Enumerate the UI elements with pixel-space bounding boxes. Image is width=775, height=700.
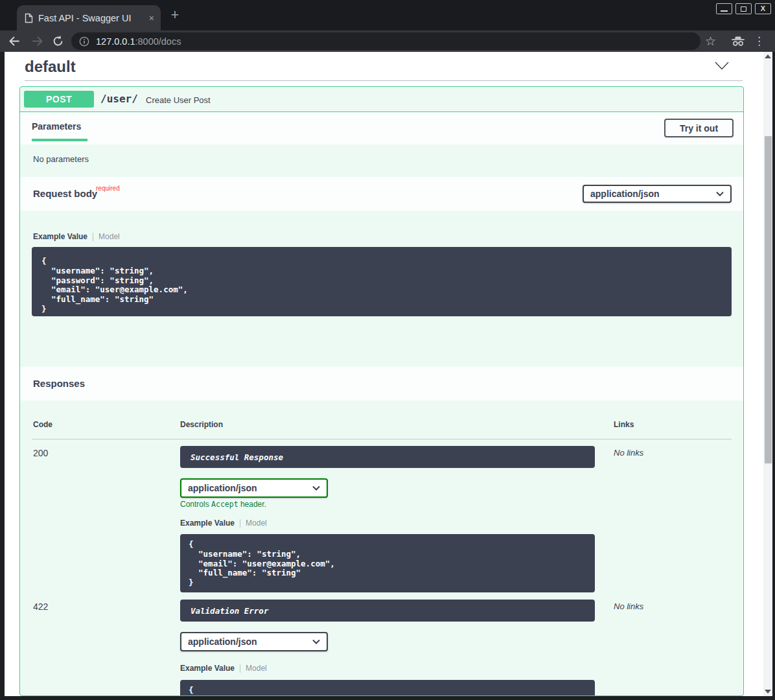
browser-titlebar: Fast API - Swagger UI × + X (0, 0, 775, 30)
response-description-200: Successful Response (180, 446, 595, 468)
responses-header: Responses (20, 367, 743, 401)
bookmark-star-icon[interactable]: ☆ (705, 33, 716, 49)
collapse-section-chevron-icon[interactable] (715, 62, 729, 70)
close-button[interactable]: X (755, 3, 771, 14)
opblock-summary[interactable]: POST /user/ Create User Post (20, 87, 743, 112)
incognito-icon (730, 36, 746, 47)
response-code-200: 200 (33, 448, 48, 458)
request-body-header: Request body required application/json (20, 177, 743, 211)
no-parameters-text: No parameters (33, 154, 89, 164)
request-example-json: { "username": "string", "password": "str… (32, 247, 732, 316)
scroll-up-arrow-icon[interactable] (765, 54, 771, 58)
page-scrollbar[interactable] (763, 52, 772, 696)
scroll-down-arrow-icon[interactable] (765, 690, 771, 694)
tab-example-value[interactable]: Example Value (180, 664, 235, 673)
response-content-type-select-200[interactable]: application/json (180, 478, 328, 498)
browser-tab[interactable]: Fast API - Swagger UI × (17, 5, 161, 30)
url-host: 127.0.0.1 (96, 36, 135, 47)
swagger-page: default POST /user/ Create User Post Par… (5, 52, 763, 696)
site-info-icon[interactable] (79, 36, 89, 47)
chevron-down-icon (312, 639, 320, 644)
request-body-title: Request body (33, 188, 97, 199)
minimize-button[interactable] (716, 3, 732, 14)
address-bar[interactable]: 127.0.0.1:8000/docs (71, 32, 700, 50)
request-content-type-value: application/json (590, 189, 660, 199)
response-code-422: 422 (33, 601, 48, 612)
table-divider (32, 439, 732, 439)
request-example-tabs: Example Value Model (33, 232, 120, 241)
browser-menu-icon[interactable]: ⋮ (754, 33, 763, 49)
response-links-422: No links (614, 601, 643, 611)
tab-title: Fast API - Swagger UI (38, 13, 144, 23)
new-tab-button[interactable]: + (167, 8, 183, 23)
tab-separator (93, 233, 93, 241)
response-content-type-select-422[interactable]: application/json (180, 632, 328, 651)
endpoint-path: /user/ (100, 93, 138, 105)
http-method-badge: POST (24, 91, 94, 108)
tab-model[interactable]: Model (98, 232, 120, 241)
response-description-422: Validation Error (180, 600, 595, 622)
post-user-opblock: POST /user/ Create User Post Parameters … (19, 86, 744, 696)
close-icon: X (761, 5, 765, 12)
chevron-down-icon (312, 485, 320, 491)
parameters-active-underline (32, 139, 87, 141)
response-links-200: No links (614, 448, 643, 458)
response-422-example-json: { "detail": [ (180, 680, 595, 696)
endpoint-summary: Create User Post (146, 95, 211, 105)
accept-note-suffix: header. (238, 500, 266, 509)
reload-button[interactable] (52, 35, 64, 47)
accept-note-prefix: Controls (180, 500, 211, 509)
response-422-example-tabs: Example Value Model (180, 664, 267, 673)
tab-example-value[interactable]: Example Value (180, 519, 235, 528)
required-label: required (96, 185, 120, 192)
response-200-example-json: { "username": "string", "email": "user@e… (180, 534, 595, 592)
maximize-button[interactable] (735, 3, 752, 14)
tab-model[interactable]: Model (246, 519, 267, 528)
try-it-out-button[interactable]: Try it out (664, 119, 734, 137)
tab-separator (240, 664, 240, 673)
parameters-header: Parameters Try it out (20, 112, 743, 145)
tab-example-value[interactable]: Example Value (33, 232, 87, 241)
window-controls: X (716, 3, 771, 14)
accept-note-code: Accept (211, 500, 238, 509)
response-200-example-tabs: Example Value Model (180, 519, 267, 528)
response-content-type-value-422: application/json (188, 636, 257, 647)
column-header-description: Description (180, 420, 223, 429)
tab-separator (240, 519, 240, 528)
tab-model[interactable]: Model (246, 664, 267, 673)
tab-close-icon[interactable]: × (149, 13, 154, 23)
minimize-icon (721, 10, 728, 12)
column-header-links: Links (614, 420, 634, 429)
page-favicon-icon (25, 13, 33, 23)
url-path: :8000/docs (135, 36, 181, 47)
browser-toolbar: 127.0.0.1:8000/docs ☆ ⋮ (0, 30, 775, 52)
response-content-type-value-200: application/json (188, 483, 257, 493)
request-content-type-select[interactable]: application/json (583, 185, 732, 203)
url-text: 127.0.0.1:8000/docs (96, 36, 181, 47)
chevron-down-icon (716, 191, 724, 196)
forward-button[interactable] (32, 35, 44, 47)
column-header-code: Code (33, 420, 52, 429)
parameters-title: Parameters (32, 121, 81, 132)
scrollbar-thumb[interactable] (765, 136, 772, 463)
responses-title: Responses (33, 378, 85, 389)
back-button[interactable] (8, 35, 20, 47)
api-section-title[interactable]: default (25, 58, 76, 76)
maximize-icon (741, 6, 746, 12)
controls-accept-note: Controls Accept header. (180, 500, 266, 509)
section-divider (25, 80, 743, 81)
